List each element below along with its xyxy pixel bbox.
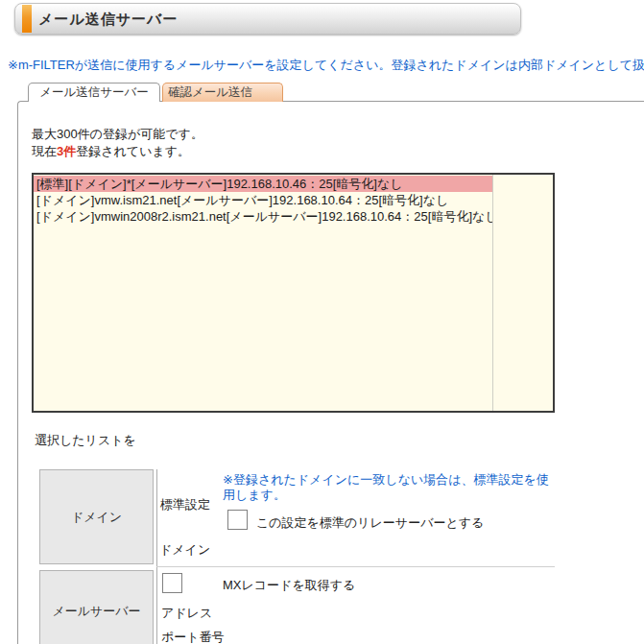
standard-setting-note: ※登録されたドメインに一致しない場合は、標準設定を使用します。 (223, 472, 559, 502)
page-header-bar: メール送信サーバー (14, 3, 521, 35)
selected-list-label: 選択したリストを (35, 432, 136, 449)
tab-confirm-mail-send[interactable]: 確認メール送信 (162, 83, 283, 102)
mail-send-server-page: メール送信サーバー ※m-FILTERが送信に使用するメールサーバーを設定してく… (0, 0, 644, 644)
registration-info: 最大300件の登録が可能です。 現在3件登録されています。 (32, 126, 203, 160)
mail-server-listbox[interactable]: [標準][ドメイン]*[メールサーバー]192.168.10.46：25[暗号化… (32, 173, 555, 413)
listbox-scrollbar-track (492, 175, 493, 411)
list-item[interactable]: [標準][ドメイン]*[メールサーバー]192.168.10.46：25[暗号化… (34, 176, 492, 192)
header-accent-icon (22, 5, 32, 33)
mx-record-checkbox[interactable] (162, 573, 182, 593)
domain-section-header: ドメイン (39, 469, 154, 564)
registration-current-suffix: 登録されています。 (76, 144, 190, 158)
mailserver-section-header: メールサーバー (39, 570, 154, 644)
port-field-label: ポート番号 (161, 629, 225, 644)
form-vertical-divider (156, 469, 157, 644)
address-field-label: アドレス (161, 605, 212, 622)
standard-relay-checkbox[interactable] (227, 510, 248, 530)
mail-server-listbox-rows: [標準][ドメイン]*[メールサーバー]192.168.10.46：25[暗号化… (34, 175, 492, 411)
standard-relay-checkbox-label: この設定を標準のリレーサーバーとする (256, 514, 484, 532)
page-description-note: ※m-FILTERが送信に使用するメールサーバーを設定してください。登録されたド… (8, 57, 644, 74)
list-item[interactable]: [ドメイン]vmw.ism21.net[メールサーバー]192.168.10.6… (34, 192, 492, 208)
mx-record-checkbox-label: MXレコードを取得する (223, 577, 355, 594)
registration-count: 3件 (57, 144, 76, 158)
domain-field-label: ドメイン (159, 541, 210, 559)
page-title: メール送信サーバー (38, 4, 178, 34)
standard-setting-label: 標準設定 (160, 496, 210, 513)
list-item[interactable]: [ドメイン]vmwin2008r2.ism21.net[メールサーバー]192.… (34, 208, 492, 225)
registration-max-line: 最大300件の登録が可能です。 (32, 126, 203, 143)
tab-mail-send-server[interactable]: メール送信サーバー (28, 83, 160, 102)
registration-current-prefix: 現在 (32, 144, 57, 158)
form-row-divider (156, 566, 555, 567)
registration-current-line: 現在3件登録されています。 (32, 143, 203, 160)
